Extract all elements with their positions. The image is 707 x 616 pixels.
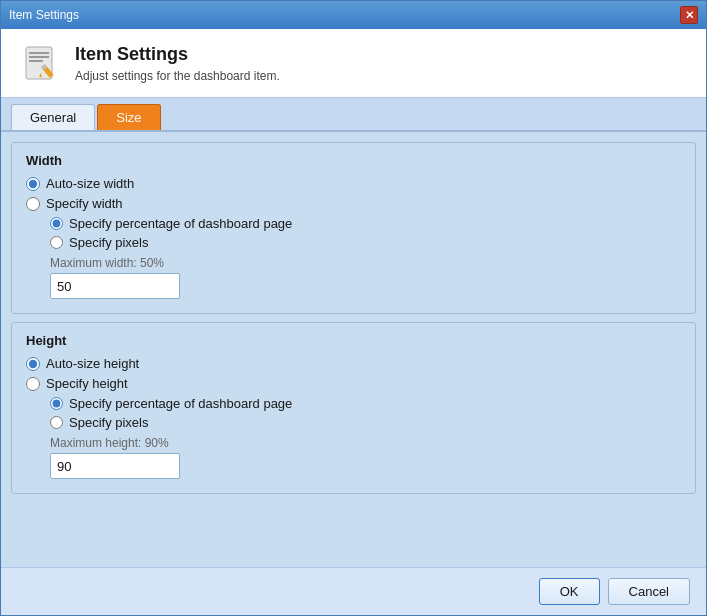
content-area: Width Auto-size width Specify width Spec…	[1, 132, 706, 567]
width-sub-options: Specify percentage of dashboard page Spe…	[50, 216, 681, 250]
specify-px-height-radio[interactable]	[50, 416, 63, 429]
dialog-subtitle: Adjust settings for the dashboard item.	[75, 69, 280, 83]
max-width-label: Maximum width: 50%	[50, 256, 681, 270]
height-section-title: Height	[26, 333, 681, 348]
max-width-input[interactable]	[50, 273, 180, 299]
specify-px-width-label: Specify pixels	[69, 235, 148, 250]
footer: OK Cancel	[1, 567, 706, 615]
tab-size[interactable]: Size	[97, 104, 160, 130]
tab-general[interactable]: General	[11, 104, 95, 130]
title-bar: Item Settings ✕	[1, 1, 706, 29]
auto-height-radio[interactable]	[26, 357, 40, 371]
auto-width-radio[interactable]	[26, 177, 40, 191]
height-section: Height Auto-size height Specify height S…	[11, 322, 696, 494]
tab-bar: General Size	[1, 98, 706, 132]
svg-rect-3	[29, 60, 43, 62]
width-section-title: Width	[26, 153, 681, 168]
auto-height-label: Auto-size height	[46, 356, 139, 371]
dialog-title: Item Settings	[75, 44, 280, 65]
max-height-label: Maximum height: 90%	[50, 436, 681, 450]
header-section: Item Settings Adjust settings for the da…	[1, 29, 706, 98]
header-text: Item Settings Adjust settings for the da…	[75, 44, 280, 83]
specify-px-width-radio[interactable]	[50, 236, 63, 249]
specify-px-height-row: Specify pixels	[50, 415, 681, 430]
specify-pct-height-row: Specify percentage of dashboard page	[50, 396, 681, 411]
specify-px-width-row: Specify pixels	[50, 235, 681, 250]
ok-button[interactable]: OK	[539, 578, 600, 605]
title-bar-text: Item Settings	[9, 8, 79, 22]
main-window: Item Settings ✕ Item Settings Adjust set…	[0, 0, 707, 616]
specify-pct-width-row: Specify percentage of dashboard page	[50, 216, 681, 231]
close-button[interactable]: ✕	[680, 6, 698, 24]
svg-rect-1	[29, 52, 49, 54]
specify-height-row: Specify height	[26, 376, 681, 391]
height-sub-options: Specify percentage of dashboard page Spe…	[50, 396, 681, 430]
specify-px-height-label: Specify pixels	[69, 415, 148, 430]
specify-width-row: Specify width	[26, 196, 681, 211]
specify-pct-width-radio[interactable]	[50, 217, 63, 230]
max-height-input[interactable]	[50, 453, 180, 479]
auto-width-row: Auto-size width	[26, 176, 681, 191]
cancel-button[interactable]: Cancel	[608, 578, 690, 605]
specify-pct-height-label: Specify percentage of dashboard page	[69, 396, 292, 411]
specify-height-label: Specify height	[46, 376, 128, 391]
svg-rect-2	[29, 56, 49, 58]
specify-pct-height-radio[interactable]	[50, 397, 63, 410]
specify-height-radio[interactable]	[26, 377, 40, 391]
width-section: Width Auto-size width Specify width Spec…	[11, 142, 696, 314]
specify-pct-width-label: Specify percentage of dashboard page	[69, 216, 292, 231]
settings-icon	[21, 43, 61, 83]
auto-width-label: Auto-size width	[46, 176, 134, 191]
auto-height-row: Auto-size height	[26, 356, 681, 371]
specify-width-radio[interactable]	[26, 197, 40, 211]
specify-width-label: Specify width	[46, 196, 123, 211]
